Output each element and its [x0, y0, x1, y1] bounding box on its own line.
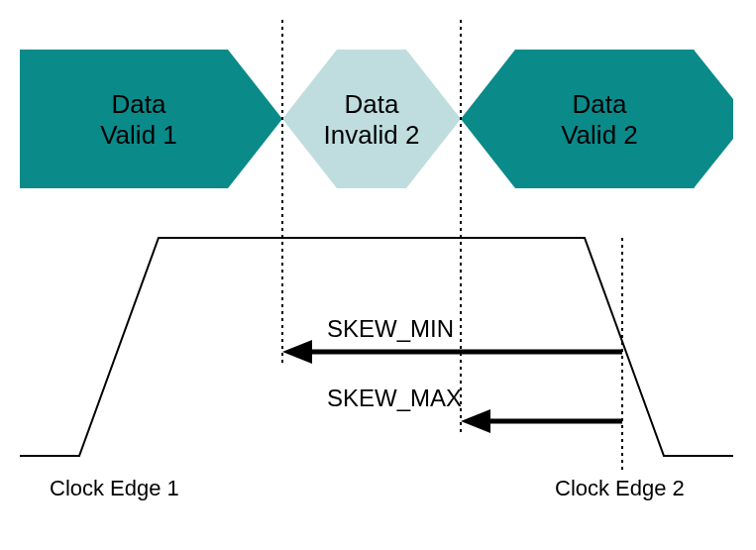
skew-max-arrow-head: [461, 409, 490, 433]
skew-max-label: SKEW_MAX: [327, 385, 462, 412]
data-invalid-2-label: DataInvalid 2: [312, 89, 431, 151]
data-valid-2-label: DataValid 2: [540, 89, 659, 151]
clock-edge-2-label: Clock Edge 2: [555, 476, 685, 501]
skew-min-label: SKEW_MIN: [327, 315, 454, 343]
data-valid-1-label: DataValid 1: [79, 89, 198, 151]
skew-min-arrow-head: [282, 340, 312, 364]
timing-diagram: DataValid 1 DataInvalid 2 DataValid 2 SK…: [20, 20, 733, 535]
clock-waveform: [20, 238, 733, 456]
clock-edge-1-label: Clock Edge 1: [50, 476, 179, 501]
